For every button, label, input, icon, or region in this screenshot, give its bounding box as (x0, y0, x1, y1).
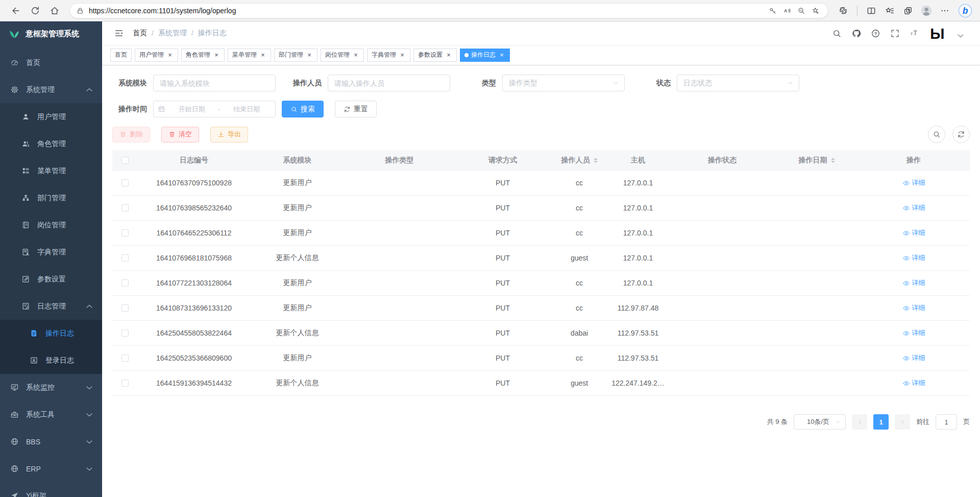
sidebar-item-dept-mgmt[interactable]: 部门管理 (0, 184, 102, 211)
password-key-icon[interactable] (766, 4, 780, 18)
browser-back-button[interactable] (7, 2, 24, 19)
split-screen-icon[interactable] (863, 2, 880, 19)
page-size-select[interactable]: 10条/页 (794, 414, 846, 430)
sidebar-item-login-log[interactable]: 登录日志 (0, 347, 102, 374)
app-logo[interactable]: 意框架管理系统 (0, 21, 102, 46)
row-checkbox[interactable] (121, 380, 129, 387)
detail-link[interactable]: 详细 (902, 378, 925, 388)
clear-button[interactable]: 清空 (161, 127, 199, 143)
detail-link[interactable]: 详细 (902, 353, 925, 363)
tab-close-icon[interactable]: × (498, 52, 505, 59)
detail-link[interactable]: 详细 (902, 328, 925, 338)
url-text[interactable]: https://ccnetcore.com:1101/system/log/op… (89, 7, 766, 15)
row-checkbox[interactable] (121, 254, 129, 262)
goto-page-input[interactable] (936, 414, 957, 430)
collections-icon[interactable] (899, 2, 917, 19)
tab-岗位管理[interactable]: 岗位管理 × (321, 49, 364, 62)
detail-link[interactable]: 详细 (902, 203, 925, 212)
zoom-out-icon[interactable] (794, 4, 808, 18)
row-checkbox[interactable] (121, 279, 129, 287)
tab-close-icon[interactable]: × (166, 52, 174, 59)
sidebar-item-oper-log[interactable]: 操作日志 (0, 320, 102, 347)
tab-首页[interactable]: 首页 (110, 49, 132, 62)
sidebar-item-user-mgmt[interactable]: 用户管理 (0, 103, 102, 130)
sidebar-item-param-settings[interactable]: 参数设置 (0, 266, 102, 293)
sidebar-item-log-mgmt[interactable]: 日志管理 (0, 293, 102, 320)
copilot-icon[interactable] (958, 3, 973, 18)
detail-link[interactable]: 详细 (902, 303, 925, 313)
favorites-icon[interactable] (881, 2, 898, 19)
text-size-icon[interactable] (906, 26, 922, 41)
tab-close-icon[interactable]: × (399, 52, 406, 59)
detail-link[interactable]: 详细 (902, 253, 925, 263)
breadcrumb-system[interactable]: 系统管理 (158, 29, 187, 38)
operator-input[interactable] (328, 75, 450, 91)
header-search-icon[interactable] (829, 26, 844, 41)
sidebar-item-system-monitor[interactable]: 系统监控 (0, 374, 102, 401)
detail-link[interactable]: 详细 (902, 178, 925, 187)
refresh-table-button[interactable] (952, 126, 970, 143)
add-favorite-icon[interactable] (808, 4, 823, 18)
tab-部门管理[interactable]: 部门管理 × (274, 49, 317, 62)
tab-用户管理[interactable]: 用户管理 × (135, 49, 178, 62)
sort-caret-icon[interactable] (594, 158, 598, 163)
tab-close-icon[interactable]: × (445, 52, 452, 59)
tab-参数设置[interactable]: 参数设置 × (413, 49, 457, 62)
eye-icon (902, 279, 910, 287)
sidebar-item-post-mgmt[interactable]: 岗位管理 (0, 211, 102, 239)
tab-close-icon[interactable]: × (213, 52, 220, 59)
tab-close-icon[interactable]: × (306, 52, 313, 59)
extensions-icon[interactable] (835, 2, 852, 19)
sidebar-item-menu-mgmt[interactable]: 菜单管理 (0, 157, 102, 184)
date-range-input[interactable]: 开始日期 - 结束日期 (153, 101, 276, 117)
tab-close-icon[interactable]: × (259, 52, 266, 59)
read-aloud-icon[interactable] (780, 4, 794, 18)
browser-reload-button[interactable] (27, 2, 44, 19)
browser-menu-icon[interactable] (936, 2, 953, 19)
hamburger-icon[interactable] (110, 25, 128, 42)
row-checkbox[interactable] (121, 204, 129, 211)
reset-button[interactable]: 重置 (335, 101, 377, 117)
detail-link[interactable]: 详细 (902, 228, 925, 238)
row-checkbox[interactable] (121, 304, 129, 312)
module-input[interactable] (153, 75, 276, 91)
sidebar-item-role-mgmt[interactable]: 角色管理 (0, 130, 102, 157)
export-button[interactable]: 导出 (210, 127, 248, 143)
sidebar-item-system-mgmt[interactable]: 系统管理 (0, 76, 102, 103)
select-all-checkbox[interactable] (121, 157, 129, 164)
row-checkbox[interactable] (121, 354, 129, 362)
sidebar-item-home[interactable]: 首页 (0, 49, 102, 76)
current-page-button[interactable]: 1 (873, 414, 889, 430)
show-search-button[interactable] (928, 126, 945, 143)
detail-link[interactable]: 详细 (902, 278, 925, 288)
help-icon[interactable] (868, 26, 883, 41)
delete-button[interactable]: 删除 (112, 127, 150, 143)
user-avatar-logo[interactable] (929, 24, 951, 42)
type-select[interactable]: 操作类型 (502, 75, 625, 91)
breadcrumb-home[interactable]: 首页 (133, 29, 147, 38)
github-icon[interactable] (848, 26, 864, 41)
fullscreen-icon[interactable] (887, 26, 902, 41)
sidebar-item-erp[interactable]: ERP (0, 455, 102, 482)
browser-profile-avatar[interactable] (918, 2, 935, 19)
prev-page-button[interactable] (852, 414, 867, 430)
browser-home-button[interactable] (46, 2, 63, 19)
status-select[interactable]: 日志状态 (677, 75, 799, 91)
avatar-caret-down-icon[interactable] (955, 31, 966, 41)
tab-close-icon[interactable]: × (352, 52, 359, 59)
tab-字典管理[interactable]: 字典管理 × (367, 49, 410, 62)
tab-操作日志[interactable]: 操作日志 × (460, 49, 510, 62)
sidebar-item-yi-framework[interactable]: Yi框架 (0, 482, 102, 497)
sort-caret-icon[interactable] (831, 158, 835, 163)
row-checkbox[interactable] (121, 229, 129, 236)
tab-角色管理[interactable]: 角色管理 × (181, 49, 225, 62)
sidebar-item-bbs[interactable]: BBS (0, 428, 102, 455)
tab-菜单管理[interactable]: 菜单管理 × (228, 49, 271, 62)
sidebar-item-dict-mgmt[interactable]: 字典管理 (0, 239, 102, 266)
search-button[interactable]: 搜索 (282, 101, 324, 117)
sidebar-item-system-tools[interactable]: 系统工具 (0, 401, 102, 428)
address-bar[interactable]: https://ccnetcore.com:1101/system/log/op… (69, 3, 828, 18)
row-checkbox[interactable] (121, 329, 129, 337)
row-checkbox[interactable] (121, 179, 129, 186)
next-page-button[interactable] (895, 414, 910, 430)
